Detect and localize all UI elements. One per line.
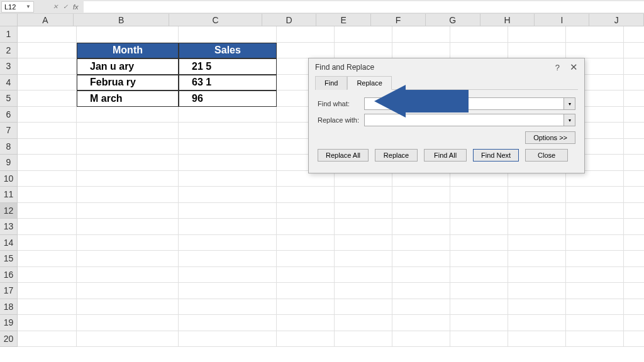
cell[interactable] xyxy=(335,283,392,299)
cell[interactable] xyxy=(624,283,644,299)
cell[interactable] xyxy=(77,203,179,219)
cell[interactable] xyxy=(179,155,277,171)
cell[interactable] xyxy=(77,267,179,283)
row-header[interactable]: 4 xyxy=(0,75,18,91)
cell[interactable] xyxy=(392,331,450,348)
cell[interactable]: 21 5 xyxy=(179,58,277,75)
row-header[interactable]: 9 xyxy=(0,155,18,171)
row-header[interactable]: 5 xyxy=(0,90,18,107)
cell[interactable] xyxy=(392,43,450,59)
cell[interactable] xyxy=(77,123,179,139)
cell[interactable] xyxy=(450,251,508,267)
cell[interactable] xyxy=(77,155,179,171)
col-header[interactable]: G xyxy=(426,14,480,26)
cell[interactable] xyxy=(179,219,277,235)
col-header[interactable]: C xyxy=(169,14,262,26)
cell[interactable] xyxy=(392,315,450,331)
cell[interactable] xyxy=(392,235,450,251)
cell[interactable] xyxy=(179,107,277,123)
replace-all-button[interactable]: Replace All xyxy=(318,149,369,162)
cell[interactable] xyxy=(624,107,644,123)
find-history-dropdown[interactable]: ▾ xyxy=(564,97,575,110)
row-header[interactable]: 17 xyxy=(0,283,18,299)
cell[interactable] xyxy=(566,26,624,43)
cell[interactable] xyxy=(77,331,179,348)
cell[interactable] xyxy=(18,219,77,235)
help-icon[interactable]: ? xyxy=(555,63,560,72)
row-header[interactable]: 2 xyxy=(0,43,18,59)
cell[interactable] xyxy=(450,187,508,203)
cell[interactable] xyxy=(508,315,566,331)
cell[interactable] xyxy=(508,43,566,59)
cell[interactable] xyxy=(566,267,624,283)
cell[interactable] xyxy=(18,26,77,43)
cell[interactable] xyxy=(335,235,392,251)
cell[interactable] xyxy=(392,299,450,315)
dialog-titlebar[interactable]: Find and Replace ? ✕ xyxy=(309,58,584,76)
cell[interactable]: 63 1 xyxy=(179,75,277,91)
cell[interactable] xyxy=(624,139,644,155)
replace-button[interactable]: Replace xyxy=(375,149,418,162)
cell[interactable] xyxy=(277,299,335,315)
formula-input[interactable] xyxy=(84,1,644,13)
cell[interactable] xyxy=(392,267,450,283)
cell[interactable] xyxy=(450,26,508,43)
fx-label[interactable]: fx xyxy=(73,3,79,11)
cell[interactable] xyxy=(508,299,566,315)
cell[interactable] xyxy=(77,299,179,315)
cell[interactable] xyxy=(77,235,179,251)
cell[interactable] xyxy=(179,299,277,315)
cell[interactable] xyxy=(179,187,277,203)
cell[interactable] xyxy=(335,203,392,219)
find-next-button[interactable]: Find Next xyxy=(473,149,519,162)
cell[interactable] xyxy=(179,171,277,187)
cell[interactable] xyxy=(277,26,335,43)
cell[interactable] xyxy=(277,315,335,331)
cancel-icon[interactable]: ✕ xyxy=(53,3,58,10)
row-header[interactable]: 8 xyxy=(0,139,18,155)
cell[interactable]: M arch xyxy=(77,90,179,107)
cell[interactable] xyxy=(335,331,392,348)
cell[interactable] xyxy=(277,43,335,59)
cell[interactable] xyxy=(77,251,179,267)
cell[interactable] xyxy=(277,203,335,219)
cell[interactable] xyxy=(179,123,277,139)
cell[interactable] xyxy=(566,283,624,299)
cell[interactable] xyxy=(77,187,179,203)
cell[interactable] xyxy=(450,267,508,283)
cell[interactable] xyxy=(335,299,392,315)
cell[interactable] xyxy=(508,331,566,348)
cell[interactable] xyxy=(77,171,179,187)
col-header[interactable]: B xyxy=(74,14,170,26)
options-button[interactable]: Options >> xyxy=(525,131,575,144)
cell[interactable] xyxy=(566,251,624,267)
cell[interactable] xyxy=(450,331,508,348)
cell[interactable] xyxy=(335,251,392,267)
close-icon[interactable]: ✕ xyxy=(570,62,578,73)
cell[interactable] xyxy=(277,331,335,348)
find-all-button[interactable]: Find All xyxy=(424,149,467,162)
cell[interactable] xyxy=(624,299,644,315)
cell[interactable] xyxy=(392,203,450,219)
close-button[interactable]: Close xyxy=(525,149,568,162)
cell[interactable]: Jan u ary xyxy=(77,58,179,75)
cell[interactable] xyxy=(508,187,566,203)
row-header[interactable]: 13 xyxy=(0,219,18,235)
cell[interactable] xyxy=(18,139,77,155)
cell[interactable] xyxy=(277,235,335,251)
cell[interactable] xyxy=(179,203,277,219)
cell[interactable] xyxy=(18,171,77,187)
row-header[interactable]: 14 xyxy=(0,235,18,251)
cell[interactable] xyxy=(179,331,277,348)
cell[interactable] xyxy=(335,267,392,283)
cell[interactable]: Month xyxy=(77,43,179,59)
cell[interactable] xyxy=(277,187,335,203)
replace-history-dropdown[interactable]: ▾ xyxy=(564,114,575,126)
cell[interactable] xyxy=(624,123,644,139)
dropdown-icon[interactable]: ▼ xyxy=(26,4,31,9)
cell[interactable] xyxy=(179,267,277,283)
cell[interactable] xyxy=(18,267,77,283)
cell[interactable] xyxy=(508,267,566,283)
row-header[interactable]: 15 xyxy=(0,251,18,267)
cell[interactable] xyxy=(179,251,277,267)
